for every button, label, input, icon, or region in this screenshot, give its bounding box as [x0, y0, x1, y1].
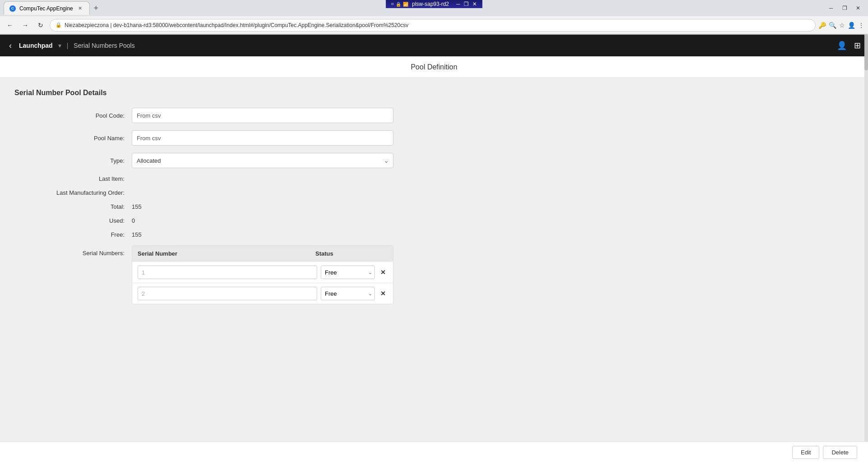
page-title-bar: Pool Definition	[0, 56, 868, 78]
total-row: Total: 155	[14, 203, 854, 210]
browser-action-icons: 🔑 🔍 ☆ 👤 ⋮	[818, 22, 864, 29]
total-label: Total:	[14, 203, 132, 210]
col-status-header: Status	[315, 250, 388, 257]
menu-icon[interactable]: ⋮	[858, 22, 864, 29]
title-bar: ⌗ 🔒 📶 plsw-sap93-rd2 ─ ❐ ✕	[386, 0, 482, 8]
used-row: Used: 0	[14, 217, 854, 224]
serial-numbers-table: Serial Number Status Free Used Allocated…	[132, 245, 393, 304]
table-header: Serial Number Status	[132, 246, 393, 261]
type-select[interactable]: Allocated Free Used	[132, 153, 393, 168]
pool-name-row: Pool Name:	[14, 130, 854, 146]
tab-favicon: C	[9, 5, 16, 12]
back-nav-button[interactable]: ‹	[7, 39, 14, 52]
status-select-wrapper-1: Free Used Allocated ⌄	[321, 266, 375, 279]
profile-icon[interactable]: 👤	[848, 22, 855, 29]
used-label: Used:	[14, 217, 132, 224]
user-icon[interactable]: 👤	[837, 41, 847, 50]
key-icon[interactable]: 🔑	[818, 22, 826, 29]
pool-code-input[interactable]	[132, 108, 393, 123]
pool-name-label: Pool Name:	[14, 135, 132, 142]
section-title: Serial Number Pool Details	[14, 89, 854, 97]
used-value: 0	[132, 217, 135, 224]
window-controls: ─ ❐ ✕	[825, 2, 864, 14]
scrollbar-thumb[interactable]	[864, 34, 868, 70]
table-row: Free Used Allocated ⌄ ✕	[132, 261, 393, 283]
search-icon[interactable]: 🔍	[829, 22, 836, 29]
last-item-row: Last Item:	[14, 175, 854, 182]
page-title: Pool Definition	[411, 63, 457, 71]
footer: Edit Delete	[0, 441, 868, 463]
type-label: Type:	[14, 157, 132, 164]
type-row: Type: Allocated Free Used ⌄	[14, 153, 854, 168]
free-row: Free: 155	[14, 231, 854, 238]
last-mfg-row: Last Manufacturing Order:	[14, 189, 854, 196]
pool-name-input[interactable]	[132, 130, 393, 146]
address-bar[interactable]: 🔒 Niezabezpieczona | dev-b1hana-rd3:5800…	[50, 19, 816, 32]
edit-button[interactable]: Edit	[792, 446, 819, 459]
header-right: 👤 ⊞	[837, 41, 861, 50]
scrollbar-track	[864, 34, 868, 441]
col-serial-header: Serial Number	[138, 250, 315, 257]
total-value: 155	[132, 203, 142, 210]
free-value: 155	[132, 231, 142, 238]
status-select-2[interactable]: Free Used Allocated	[321, 287, 375, 300]
refresh-button[interactable]: ↻	[34, 19, 47, 32]
delete-button[interactable]: Delete	[823, 446, 857, 459]
serial-number-input-2[interactable]	[138, 287, 317, 300]
window-close-icon[interactable]: ✕	[472, 1, 477, 7]
serial-numbers-row: Serial Numbers: Serial Number Status Fre…	[14, 245, 854, 304]
header-separator: |	[67, 42, 69, 49]
window-close[interactable]: ✕	[852, 2, 864, 14]
tab-title: CompuTec AppEngine	[19, 5, 73, 12]
pool-code-label: Pool Code:	[14, 112, 132, 119]
minimize-icon[interactable]: ─	[456, 1, 460, 7]
type-select-wrapper: Allocated Free Used ⌄	[132, 153, 393, 168]
bookmark-icon[interactable]: ☆	[839, 22, 845, 29]
forward-button[interactable]: →	[19, 19, 32, 32]
status-select-1[interactable]: Free Used Allocated	[321, 266, 375, 279]
window-maximize[interactable]: ❐	[838, 2, 851, 14]
free-label: Free:	[14, 231, 132, 238]
last-mfg-label: Last Manufacturing Order:	[14, 189, 132, 196]
new-tab-button[interactable]: +	[90, 2, 102, 14]
tab-close-button[interactable]: ✕	[77, 5, 84, 12]
launchpad-title: Launchpad	[19, 42, 53, 49]
table-row: Free Used Allocated ⌄ ✕	[132, 283, 393, 304]
address-text: Niezabezpieczona | dev-b1hana-rd3:58000/…	[65, 22, 810, 28]
security-indicator: 🔒	[55, 22, 62, 28]
grid-icon[interactable]: ⊞	[854, 41, 861, 50]
window-minimize[interactable]: ─	[825, 2, 837, 14]
browser-tab[interactable]: C CompuTec AppEngine ✕	[4, 1, 90, 15]
back-button[interactable]: ←	[4, 19, 16, 32]
header-dropdown-icon[interactable]: ▾	[58, 42, 61, 49]
main-content: Serial Number Pool Details Pool Code: Po…	[0, 78, 868, 442]
pool-code-row: Pool Code:	[14, 108, 854, 123]
delete-row-1-button[interactable]: ✕	[379, 268, 388, 277]
address-bar-row: ← → ↻ 🔒 Niezabezpieczona | dev-b1hana-rd…	[0, 16, 868, 34]
title-bar-text: plsw-sap93-rd2	[412, 1, 449, 7]
restore-icon[interactable]: ❐	[464, 1, 469, 7]
app-header: ‹ Launchpad ▾ | Serial Numbers Pools 👤 ⊞	[0, 35, 868, 56]
last-item-label: Last Item:	[14, 175, 132, 182]
title-bar-icons: ⌗ 🔒 📶	[391, 1, 408, 7]
status-select-wrapper-2: Free Used Allocated ⌄	[321, 287, 375, 300]
serial-number-input-1[interactable]	[138, 266, 317, 279]
serial-numbers-label: Serial Numbers:	[14, 245, 132, 257]
section-label: Serial Numbers Pools	[74, 42, 134, 49]
delete-row-2-button[interactable]: ✕	[379, 289, 388, 298]
